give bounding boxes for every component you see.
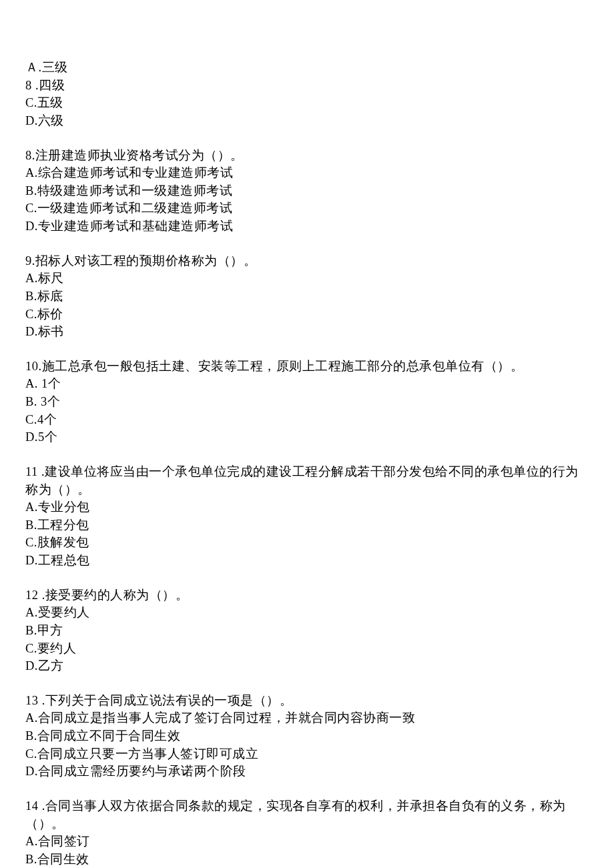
question-9: 9.招标人对该工程的预期价格称为（）。 A.标尺 B.标底 C.标价 D.标书	[25, 252, 589, 341]
q10-option-d: D.5个	[25, 428, 589, 446]
q13-stem: 13 .下列关于合同成立说法有误的一项是（）。	[25, 692, 589, 710]
q9-option-b: B.标底	[25, 288, 589, 306]
question-12: 12 .接受要约的人称为（）。 A.受要约人 B.甲方 C.要约人 D.乙方	[25, 586, 589, 675]
q12-option-d: D.乙方	[25, 657, 589, 675]
question-8: 8.注册建造师执业资格考试分为（）。 A.综合建造师考试和专业建造师考试 B.特…	[25, 147, 589, 236]
q11-option-d: D.工程总包	[25, 552, 589, 570]
question-7-options: Ａ.三级 8 .四级 C.五级 D.六级	[25, 59, 589, 130]
q14-option-b: B.合同生效	[25, 851, 589, 868]
q11-option-c: C.肢解发包	[25, 534, 589, 552]
q14-stem: 14 .合同当事人双方依据合同条款的规定，实现各自享有的权利，并承担各自负有的义…	[25, 797, 589, 833]
q8-stem: 8.注册建造师执业资格考试分为（）。	[25, 147, 589, 165]
q12-option-c: C.要约人	[25, 640, 589, 658]
q9-stem: 9.招标人对该工程的预期价格称为（）。	[25, 252, 589, 270]
q12-option-a: A.受要约人	[25, 604, 589, 622]
q11-option-a: A.专业分包	[25, 498, 589, 516]
q9-option-c: C.标价	[25, 306, 589, 324]
q12-option-b: B.甲方	[25, 622, 589, 640]
question-13: 13 .下列关于合同成立说法有误的一项是（）。 A.合同成立是指当事人完成了签订…	[25, 692, 589, 781]
question-14: 14 .合同当事人双方依据合同条款的规定，实现各自享有的权利，并承担各自负有的义…	[25, 797, 589, 868]
q11-option-b: B.工程分包	[25, 516, 589, 534]
q7-option-d: D.六级	[25, 112, 589, 130]
q7-option-c: C.五级	[25, 94, 589, 112]
document-page: Ａ.三级 8 .四级 C.五级 D.六级 8.注册建造师执业资格考试分为（）。 …	[0, 0, 614, 868]
q10-stem: 10.施工总承包一般包括土建、安装等工程，原则上工程施工部分的总承包单位有（）。	[25, 358, 589, 376]
q10-option-b: B. 3个	[25, 393, 589, 411]
q7-option-b: 8 .四级	[25, 77, 589, 95]
q8-option-c: C.一级建造师考试和二级建造师考试	[25, 199, 589, 218]
q8-option-d: D.专业建造师考试和基础建造师考试	[25, 218, 589, 236]
q8-option-a: A.综合建造师考试和专业建造师考试	[25, 164, 589, 182]
q10-option-a: A. 1个	[25, 375, 589, 393]
q13-option-a: A.合同成立是指当事人完成了签订合同过程，并就合同内容协商一致	[25, 709, 589, 727]
q14-option-a: A.合同签订	[25, 833, 589, 851]
q13-option-c: C.合同成立只要一方当事人签订即可成立	[25, 745, 589, 763]
q7-option-a: Ａ.三级	[25, 59, 589, 77]
q9-option-d: D.标书	[25, 323, 589, 341]
q13-option-b: B.合同成立不同于合同生效	[25, 727, 589, 745]
q9-option-a: A.标尺	[25, 270, 589, 288]
q12-stem: 12 .接受要约的人称为（）。	[25, 586, 589, 604]
question-10: 10.施工总承包一般包括土建、安装等工程，原则上工程施工部分的总承包单位有（）。…	[25, 358, 589, 446]
q8-option-b: B.特级建造师考试和一级建造师考试	[25, 182, 589, 200]
question-11: 11 .建设单位将应当由一个承包单位完成的建设工程分解成若干部分发包给不同的承包…	[25, 463, 589, 570]
q11-stem: 11 .建设单位将应当由一个承包单位完成的建设工程分解成若干部分发包给不同的承包…	[25, 463, 589, 498]
q10-option-c: C.4个	[25, 411, 589, 429]
q13-option-d: D.合同成立需经历要约与承诺两个阶段	[25, 763, 589, 781]
